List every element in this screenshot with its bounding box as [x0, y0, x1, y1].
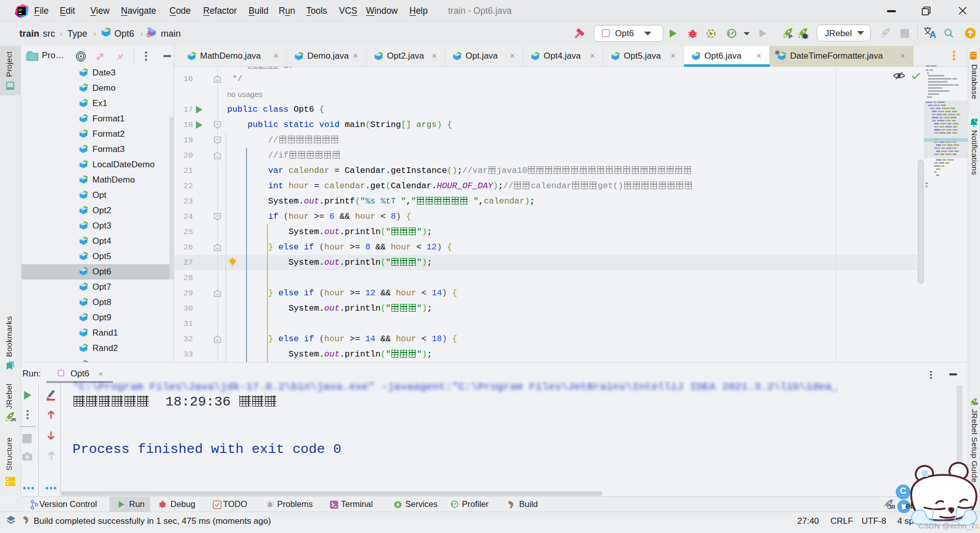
svg-text:S: S: [923, 471, 927, 477]
svg-text:IJ: IJ: [19, 8, 22, 12]
